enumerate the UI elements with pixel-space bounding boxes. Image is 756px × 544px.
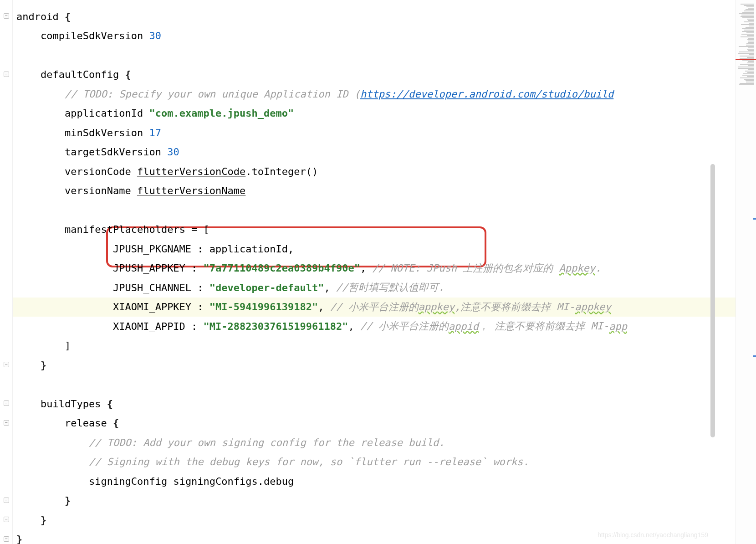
minimap-line — [742, 12, 754, 13]
minimap-line — [739, 84, 754, 85]
code-line[interactable]: targetSdkVersion 30 — [13, 143, 179, 162]
code-token: appid — [449, 321, 479, 332]
code-line[interactable] — [13, 375, 16, 395]
code-line[interactable]: // Signing with the debug keys for now, … — [13, 452, 529, 472]
minimap-line — [749, 26, 754, 26]
code-token: , — [348, 321, 361, 332]
minimap-line — [739, 13, 754, 14]
fold-toggle-icon[interactable]: − — [4, 72, 9, 77]
fold-toggle-icon[interactable]: − — [4, 13, 9, 19]
code-token: 17 — [149, 127, 161, 139]
code-line[interactable]: buildTypes { — [13, 394, 113, 414]
code-token: app — [609, 321, 627, 332]
code-line[interactable]: applicationId "com.example.jpush_demo" — [13, 104, 294, 123]
fold-toggle-icon[interactable]: − — [4, 400, 9, 406]
fold-toggle-icon[interactable]: − — [4, 362, 9, 367]
code-line[interactable]: // TODO: Specify your own unique Applica… — [13, 84, 613, 104]
minimap-line — [748, 20, 754, 21]
minimap-line — [741, 24, 754, 25]
minimap-line — [741, 15, 754, 15]
code-token: android — [16, 11, 65, 22]
minimap-line — [748, 42, 754, 43]
minimap-line — [748, 41, 754, 41]
minimap-line — [746, 43, 754, 44]
code-token: . — [595, 262, 601, 274]
code-line[interactable]: } — [13, 355, 46, 375]
minimap-line — [748, 69, 754, 70]
code-token: Appkey — [559, 262, 595, 274]
minimap-line — [747, 35, 754, 36]
code-line[interactable]: JPUSH_PKGNAME : applicationId, — [13, 239, 294, 259]
minimap-line — [744, 21, 754, 22]
code-token: XIAOMI_APPID : — [113, 321, 204, 332]
code-token: } — [41, 359, 46, 371]
minimap-line — [746, 27, 754, 28]
code-token: ,注意不要将前缀去掉 MI- — [455, 300, 575, 314]
scrollbar-thumb[interactable] — [710, 164, 715, 437]
code-line[interactable]: versionCode flutterVersionCode.toInteger… — [13, 162, 318, 181]
minimap-line — [748, 50, 754, 51]
minimap-line — [745, 71, 754, 72]
code-token: , — [318, 301, 330, 313]
code-token: // NOTE: JPush 上注册的包名对应的 — [372, 262, 559, 275]
fold-toggle-icon[interactable]: − — [4, 420, 9, 426]
code-line[interactable]: XIAOMI_APPID : "MI-2882303761519961182",… — [13, 317, 627, 336]
minimap-line — [742, 17, 754, 18]
code-token: // 小米平台注册的 — [360, 319, 449, 333]
code-token: appkey — [419, 301, 455, 313]
fold-toggle-icon[interactable]: − — [4, 498, 9, 503]
minimap-line — [744, 79, 754, 80]
code-line[interactable]: compileSdkVersion 30 — [13, 26, 161, 46]
watermark-text: https://blog.csdn.net/yaochangliang159 — [598, 531, 708, 539]
code-token: { — [113, 417, 119, 429]
minimap-line — [748, 38, 754, 39]
fold-toggle-icon[interactable]: − — [4, 536, 9, 542]
fold-gutter[interactable]: −−−−−−−− — [0, 0, 13, 544]
code-line[interactable]: ] — [13, 336, 71, 356]
code-line[interactable]: minSdkVersion 17 — [13, 123, 161, 143]
minimap-line — [747, 62, 754, 63]
minimap-marker[interactable] — [753, 355, 756, 357]
code-line[interactable]: defaultConfig { — [13, 65, 131, 85]
ide-root: −−−−−−−− https://blog.csdn.net/yaochangl… — [0, 0, 756, 544]
code-line[interactable] — [13, 200, 16, 220]
minimap-line — [742, 75, 754, 76]
code-token: flutterVersionName — [137, 185, 245, 196]
minimap-line — [749, 54, 754, 55]
fold-toggle-icon[interactable]: − — [4, 517, 9, 522]
code-editor[interactable]: https://blog.csdn.net/yaochangliang159 a… — [13, 0, 736, 544]
minimap-line — [749, 23, 754, 24]
minimap-error-marker[interactable] — [736, 59, 756, 60]
code-line[interactable]: JPUSH_APPKEY : "7a77110489c2ea0389b4f90e… — [13, 259, 601, 278]
code-token: JPUSH_APPKEY : — [113, 262, 204, 274]
code-line[interactable]: } — [13, 530, 22, 544]
code-line[interactable] — [13, 46, 16, 65]
code-token: "developer-default" — [209, 282, 324, 293]
code-token: defaultConfig — [41, 69, 125, 80]
minimap-line — [740, 56, 754, 56]
code-line[interactable]: release { — [13, 414, 119, 433]
minimap-marker[interactable] — [753, 218, 756, 220]
code-line[interactable]: versionName flutterVersionName — [13, 181, 245, 201]
code-line[interactable]: manifestPlaceholders = [ — [13, 220, 209, 240]
code-line[interactable]: android { — [13, 7, 71, 26]
code-line[interactable]: } — [13, 510, 46, 530]
minimap-line — [747, 49, 754, 50]
code-line[interactable]: signingConfig signingConfigs.debug — [13, 472, 294, 491]
code-token: // Signing with the debug keys for now, … — [89, 456, 529, 467]
minimap-line — [741, 16, 754, 17]
code-token: { — [65, 11, 71, 22]
vertical-scrollbar[interactable] — [709, 0, 715, 544]
code-line[interactable]: // TODO: Add your own signing config for… — [13, 433, 444, 452]
minimap-line — [740, 77, 754, 78]
code-line[interactable]: XIAOMI_APPKEY : "MI-5941996139182", // 小… — [13, 298, 611, 317]
minimap-line — [748, 8, 754, 9]
minimap-line — [742, 28, 754, 29]
code-minimap[interactable] — [736, 0, 756, 544]
code-token: "MI-5941996139182" — [209, 301, 318, 313]
minimap-line — [746, 9, 754, 10]
code-token: release — [65, 417, 113, 429]
code-line[interactable]: JPUSH_CHANNEL : "developer-default", //暂… — [13, 278, 444, 298]
code-token: // TODO: Add your own signing config for… — [89, 437, 444, 448]
code-line[interactable]: } — [13, 491, 71, 511]
